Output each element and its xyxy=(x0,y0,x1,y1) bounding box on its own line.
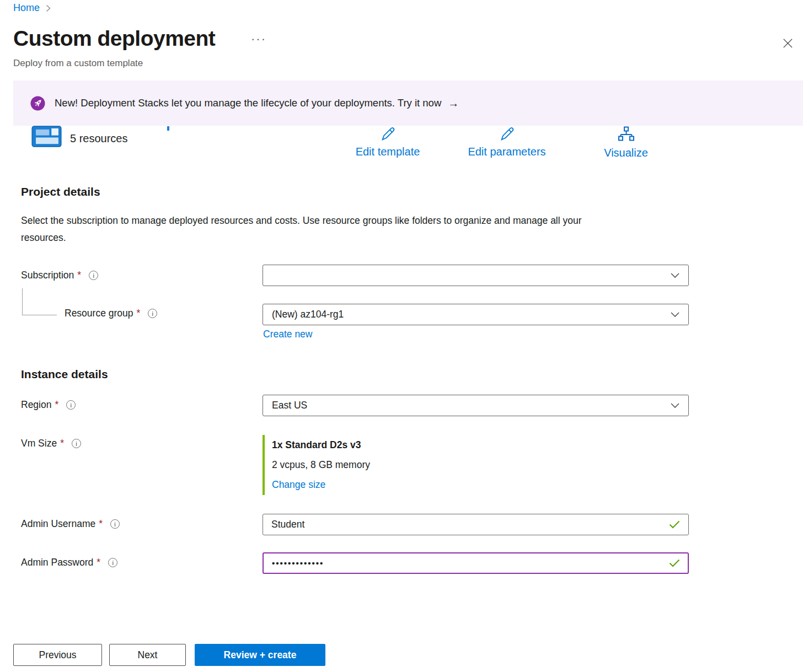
create-new-link[interactable]: Create new xyxy=(263,329,313,340)
required-asterisk: * xyxy=(97,557,100,568)
clipped-tab-indicator xyxy=(167,126,169,131)
required-asterisk: * xyxy=(77,270,81,281)
next-button[interactable]: Next xyxy=(109,644,186,666)
admin-password-label-text: Admin Password xyxy=(21,557,93,568)
region-value: East US xyxy=(272,400,307,411)
subscription-label-text: Subscription xyxy=(21,270,74,281)
region-label: Region * i xyxy=(21,399,76,411)
breadcrumb-home-link[interactable]: Home xyxy=(13,2,40,14)
banner-message: New! Deployment Stacks let you manage th… xyxy=(55,97,441,109)
vm-size-selection: 1x Standard D2s v3 2 vcpus, 8 GB memory … xyxy=(263,435,370,495)
admin-password-input[interactable] xyxy=(263,552,689,574)
indent-connector-line xyxy=(22,288,57,315)
admin-username-label-text: Admin Username xyxy=(21,518,95,530)
close-icon[interactable] xyxy=(779,34,796,52)
required-asterisk: * xyxy=(55,399,58,411)
region-label-text: Region xyxy=(21,399,51,411)
region-dropdown[interactable]: East US xyxy=(263,395,689,416)
resource-group-label-text: Resource group xyxy=(65,308,133,319)
info-icon[interactable]: i xyxy=(66,400,76,410)
vm-size-label: Vm Size * i xyxy=(21,438,81,449)
admin-password-label: Admin Password * i xyxy=(21,557,117,568)
context-menu-ellipsis-icon[interactable]: ··· xyxy=(251,32,266,46)
rocket-icon xyxy=(30,96,45,111)
edit-parameters-button[interactable]: Edit parameters xyxy=(460,126,554,158)
info-icon[interactable]: i xyxy=(72,439,81,448)
vm-size-label-text: Vm Size xyxy=(21,438,57,449)
breadcrumb: Home xyxy=(13,2,51,14)
instance-details-heading: Instance details xyxy=(21,368,108,381)
pencil-icon xyxy=(379,126,396,143)
info-icon[interactable]: i xyxy=(110,519,120,529)
resources-count: 5 resources xyxy=(70,132,128,145)
chevron-down-icon xyxy=(671,273,679,278)
resource-group-label: Resource group * i xyxy=(65,308,157,319)
chevron-down-icon xyxy=(671,312,679,318)
subscription-label: Subscription * i xyxy=(21,270,98,281)
resource-group-dropdown[interactable]: (New) az104-rg1 xyxy=(263,304,689,325)
vm-size-title: 1x Standard D2s v3 xyxy=(272,435,370,455)
valid-checkmark-icon xyxy=(669,559,680,569)
info-icon[interactable]: i xyxy=(108,558,117,567)
subscription-dropdown[interactable] xyxy=(263,265,689,286)
pencil-icon xyxy=(499,126,515,143)
page-subtitle: Deploy from a custom template xyxy=(13,58,143,69)
required-asterisk: * xyxy=(99,518,103,530)
chevron-down-icon xyxy=(671,403,679,408)
admin-username-label: Admin Username * i xyxy=(21,518,120,530)
project-details-heading: Project details xyxy=(21,185,100,198)
custom-deployment-page: Home Custom deployment ··· Deploy from a… xyxy=(0,0,803,672)
info-icon[interactable]: i xyxy=(89,271,98,280)
info-icon[interactable]: i xyxy=(148,309,157,318)
previous-button[interactable]: Previous xyxy=(13,644,102,666)
arrow-right-icon: → xyxy=(448,97,459,110)
admin-username-input[interactable] xyxy=(263,514,689,535)
edit-parameters-label: Edit parameters xyxy=(468,146,545,158)
change-size-link[interactable]: Change size xyxy=(272,479,325,490)
vm-size-detail: 2 vcpus, 8 GB memory xyxy=(272,455,370,475)
visualize-label: Visualize xyxy=(604,147,648,159)
project-details-description: Select the subscription to manage deploy… xyxy=(21,212,606,246)
required-asterisk: * xyxy=(137,308,141,319)
breadcrumb-chevron-icon xyxy=(45,4,51,13)
visualize-button[interactable]: Visualize xyxy=(593,126,659,159)
resource-group-value: (New) az104-rg1 xyxy=(272,309,344,320)
deployment-stacks-banner[interactable]: New! Deployment Stacks let you manage th… xyxy=(13,80,803,126)
page-title: Custom deployment xyxy=(13,26,215,51)
edit-template-label: Edit template xyxy=(356,146,420,158)
template-icon xyxy=(31,126,62,149)
required-asterisk: * xyxy=(60,438,64,449)
org-chart-icon xyxy=(617,126,635,144)
review-create-button[interactable]: Review + create xyxy=(195,644,325,666)
valid-checkmark-icon xyxy=(669,520,680,531)
edit-template-button[interactable]: Edit template xyxy=(346,126,430,158)
